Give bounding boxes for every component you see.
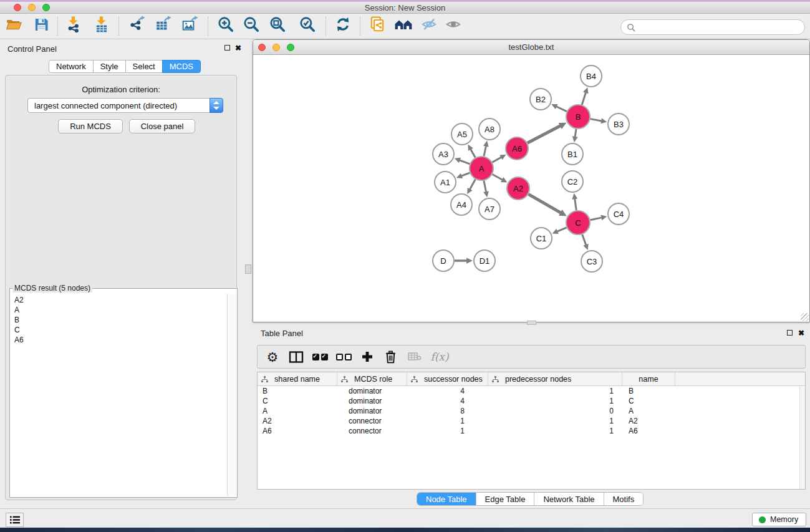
graph-node-label: B3 (614, 120, 624, 129)
zoom-fit-icon (269, 16, 286, 33)
mcds-result-item[interactable]: A2 (14, 295, 226, 305)
delete-rows-button[interactable] (383, 346, 398, 368)
network-view-window: testGlobe.txt AA6A2BCA1A3A5A8A4A7B1B2B3B… (253, 39, 810, 322)
search-input[interactable] (620, 19, 805, 35)
graph-edge-arrowhead (572, 136, 578, 142)
plus-icon (361, 351, 374, 363)
graph-edge-A-A3[interactable] (460, 160, 470, 164)
task-history-button[interactable] (6, 513, 24, 527)
zoom-selected-button[interactable] (298, 15, 317, 34)
horizontal-divider-handle[interactable] (527, 321, 536, 325)
float-panel-icon[interactable] (224, 45, 230, 51)
export-network-button[interactable] (128, 15, 147, 34)
export-table-button[interactable] (154, 15, 173, 34)
table-panel-tabs: Node TableEdge TableNetwork TableMotifs (417, 492, 644, 506)
import-table-button[interactable] (92, 15, 111, 34)
memory-button[interactable]: Memory (752, 513, 806, 526)
mcds-result-item[interactable]: C (14, 325, 226, 335)
table-row[interactable]: A2connector11A2 (258, 416, 805, 426)
graph-edge-B-B1[interactable] (575, 129, 576, 137)
node-table-body: Bdominator41BCdominator41CAdominator80AA… (258, 386, 805, 436)
close-panel-icon[interactable]: ✖ (235, 44, 241, 52)
table-row[interactable]: Adominator80A (258, 406, 805, 416)
close-panel-button[interactable]: Close panel (129, 119, 195, 133)
column-header-shared-name[interactable]: shared name (258, 372, 337, 385)
toolbar-separator (325, 17, 326, 36)
column-header-name[interactable]: name (622, 372, 675, 385)
eye-slash-icon (420, 16, 438, 33)
status-bar: Memory (0, 508, 810, 528)
mcds-result-item[interactable]: A (14, 305, 226, 315)
graph-edge-C-C3[interactable] (582, 235, 586, 245)
tab-network-table[interactable]: Network Table (534, 493, 603, 506)
hide-selected-button[interactable] (420, 15, 438, 34)
tab-network[interactable]: Network (49, 60, 94, 73)
tab-select[interactable]: Select (125, 60, 163, 73)
mcds-result-item[interactable]: A6 (14, 335, 226, 345)
column-header-predecessor-nodes[interactable]: predecessor nodes (488, 372, 622, 385)
graph-edge-A-A8[interactable] (484, 146, 486, 156)
close-table-panel-icon[interactable]: ✖ (798, 329, 804, 337)
zoom-fit-button[interactable] (268, 15, 287, 34)
table-cell: connector (337, 427, 407, 435)
table-row[interactable]: A6connector11A6 (258, 426, 805, 436)
tab-style[interactable]: Style (93, 60, 126, 73)
graph-edge-B-B3[interactable] (591, 119, 602, 121)
tab-node-table[interactable]: Node Table (417, 493, 476, 506)
column-type-icon (341, 376, 348, 382)
graph-edge-A-A6[interactable] (492, 157, 501, 162)
tab-edge-table[interactable]: Edge Table (476, 493, 534, 506)
network-canvas[interactable]: AA6A2BCA1A3A5A8A4A7B1B2B3B4C1C2C3C4DD1 (253, 55, 809, 322)
graph-edge-C-C4[interactable] (591, 218, 602, 220)
table-scrollbar[interactable] (799, 386, 805, 489)
tab-mcds[interactable]: MCDS (162, 60, 201, 73)
table-cell: A2 (258, 417, 337, 425)
graph-edge-A-A5[interactable] (471, 149, 476, 157)
select-all-button[interactable]: ✓✓ (311, 346, 329, 368)
export-network-icon (128, 16, 146, 33)
deselect-all-button[interactable] (334, 346, 353, 368)
run-mcds-button[interactable]: Run MCDS (58, 119, 123, 133)
resize-grip[interactable] (801, 313, 809, 321)
tab-motifs[interactable]: Motifs (604, 493, 644, 506)
graph-edge-arrowhead (483, 141, 489, 147)
clone-network-button[interactable] (368, 15, 387, 34)
refresh-view-button[interactable] (334, 15, 352, 34)
graph-edge-B-B2[interactable] (556, 107, 567, 112)
graph-edge-A-A2[interactable] (493, 175, 503, 180)
graph-edge-B-B4[interactable] (582, 92, 586, 105)
graph-edge-A6-B[interactable] (528, 126, 561, 143)
graph-edge-arrowhead (583, 244, 588, 250)
show-all-button[interactable] (444, 15, 463, 34)
import-network-button[interactable] (64, 15, 83, 34)
open-session-button[interactable] (4, 15, 23, 34)
graph-edge-A-A4[interactable] (470, 180, 475, 190)
zoom-in-button[interactable] (216, 15, 235, 34)
graph-edge-C-C1[interactable] (557, 228, 567, 231)
show-neighbors-button[interactable] (394, 15, 413, 34)
float-table-panel-icon[interactable] (787, 330, 793, 336)
graph-edge-arrowhead (466, 258, 473, 263)
graph-edge-C-C2[interactable] (575, 199, 577, 211)
table-row[interactable]: Bdominator41B (258, 386, 805, 396)
result-scrollbar[interactable] (227, 294, 236, 496)
zoom-out-button[interactable] (242, 15, 261, 34)
optimization-criterion-select[interactable]: largest connected component (directed) (27, 98, 223, 113)
show-columns-button[interactable] (288, 346, 304, 368)
graph-edge-A-A1[interactable] (461, 173, 470, 176)
mcds-result-item[interactable]: B (14, 315, 226, 325)
column-header-successor-nodes[interactable]: successor nodes (407, 372, 488, 385)
export-image-button[interactable] (181, 15, 200, 34)
table-row[interactable]: Cdominator41C (258, 396, 805, 406)
graph-node-label: A8 (485, 125, 494, 134)
graph-edge-A2-C[interactable] (528, 194, 561, 213)
graph-node-label: A1 (440, 178, 450, 187)
column-header-mcds-role[interactable]: MCDS role (337, 372, 407, 385)
add-row-button[interactable] (360, 346, 375, 368)
vertical-divider-handle[interactable] (245, 264, 251, 274)
graph-edge-A-A7[interactable] (484, 181, 486, 192)
table-cell: connector (337, 417, 407, 425)
save-session-button[interactable] (32, 15, 51, 34)
app-titlebar: Session: New Session (0, 2, 810, 14)
table-settings-button[interactable]: ⚙ (265, 346, 280, 368)
